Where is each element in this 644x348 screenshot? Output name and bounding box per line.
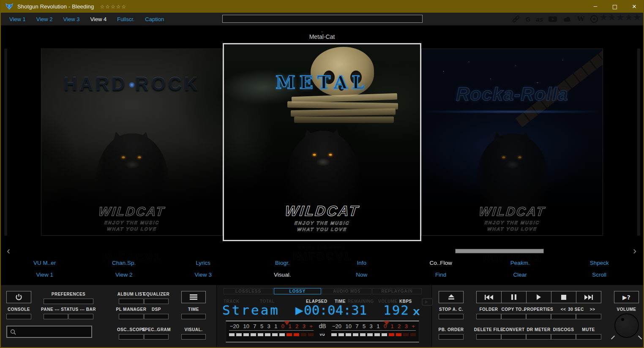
search-input[interactable] [18, 326, 91, 337]
seek-back-button[interactable] [551, 314, 576, 319]
cover-rocka-rolla[interactable]: Rocka-Rolla WILDCAT ENJOY THE MUSIC WHAT… [421, 49, 603, 236]
play-button[interactable] [526, 291, 551, 303]
nav-vu-meter[interactable]: VU M..er [5, 260, 85, 266]
mute-button[interactable] [576, 334, 601, 340]
search-box[interactable] [6, 326, 92, 338]
stop-after-current-label: STOP A. C. [434, 307, 468, 312]
stop-after-current-button[interactable] [439, 314, 464, 319]
filter-box[interactable] [222, 15, 423, 23]
app-logo-icon [5, 3, 14, 10]
nav-peakmeter[interactable]: Peakm. [480, 260, 560, 266]
delete-file-button[interactable] [476, 334, 501, 340]
menu-fullscreen[interactable]: Fullscr. [117, 16, 134, 22]
coverflow-scroll-right[interactable]: › [633, 247, 636, 255]
dsp-button[interactable] [144, 314, 169, 319]
coverflow-scroll-left[interactable]: ‹ [7, 247, 10, 255]
menu-button[interactable] [181, 291, 206, 303]
lastfm-icon[interactable]: as [536, 16, 543, 23]
seek-forward-label[interactable]: >> [586, 307, 599, 312]
cover-metal-selected[interactable]: METAL WILDCAT ENJOY THE MUSIC WHAT YOU L… [223, 43, 421, 241]
nav-lyrics[interactable]: Lyrics [164, 260, 243, 266]
properties-button[interactable] [526, 314, 551, 319]
nav-info[interactable]: Info [322, 260, 401, 266]
maximize-button[interactable]: □ [605, 3, 625, 10]
dsp-label: DSP [139, 307, 173, 312]
volume-knob[interactable] [614, 313, 639, 338]
vu-segments-left [229, 333, 314, 336]
vu-scale-left: −20107 531 01 23 + [229, 322, 314, 331]
podcast-icon[interactable] [590, 15, 598, 23]
nav-find[interactable]: Find [401, 272, 481, 278]
nav-visual[interactable]: Visual. [243, 272, 322, 278]
wikipedia-icon[interactable]: W [577, 15, 584, 23]
nav-now[interactable]: Now [322, 272, 401, 278]
properties-label: PROPERTIES [524, 307, 554, 312]
eject-button[interactable] [439, 291, 464, 303]
pl-manager-button[interactable] [119, 314, 144, 319]
soundcloud-icon[interactable] [562, 15, 572, 23]
equalizer-label: EQUALIZER [139, 292, 173, 296]
stop-button[interactable] [551, 291, 576, 303]
seek-forward-button[interactable] [576, 314, 601, 319]
hd-badge-icon [422, 298, 433, 306]
cover-hard-rock[interactable]: HARD ROCK WILDCAT ENJOY THE MUSIC WHAT Y… [41, 49, 223, 236]
spec-gram-button[interactable] [144, 334, 169, 340]
menu-view-1[interactable]: View 1 [9, 16, 26, 22]
track-type-readout: Stream [222, 302, 280, 318]
link-icon[interactable] [512, 15, 520, 23]
menu-caption[interactable]: Caption [145, 16, 164, 22]
discogs-button[interactable] [551, 334, 576, 340]
preferences-button[interactable] [44, 299, 93, 304]
menu-view-2[interactable]: View 2 [36, 16, 53, 22]
status-bar-button[interactable] [68, 314, 93, 319]
nav-view-2[interactable]: View 2 [85, 272, 164, 278]
copy-to-button[interactable] [501, 314, 526, 319]
nav-shpeck[interactable]: Shpeck [560, 260, 639, 266]
pane-button[interactable] [44, 314, 68, 319]
close-button[interactable]: ✕ [625, 3, 644, 10]
cover-edge-right [637, 49, 640, 236]
convert-button[interactable] [501, 334, 526, 340]
menu-view-3[interactable]: View 3 [63, 16, 80, 22]
filter-input[interactable] [223, 16, 422, 23]
pb-order-button[interactable] [439, 334, 464, 340]
youtube-icon[interactable] [548, 15, 557, 23]
nav-coverflow[interactable]: Co..Flow [401, 260, 481, 266]
menu-view-4[interactable]: View 4 [90, 16, 106, 22]
time-button[interactable] [181, 314, 206, 319]
nav-clear[interactable]: Clear [480, 272, 560, 278]
equalizer-button[interactable] [144, 299, 169, 304]
vu-meter-panel: −20107 531 01 23 + dB −20107 531 01 23 + [226, 321, 419, 343]
pb-order-label: PB. ORDER [434, 327, 468, 332]
pause-button[interactable] [501, 291, 527, 303]
nav-view-1[interactable]: View 1 [5, 272, 85, 278]
vu-segments-right [331, 333, 416, 336]
dr-meter-button[interactable] [526, 334, 551, 340]
pane-status-bar-label: PANE --- STATUS --- BAR [37, 307, 100, 312]
power-button[interactable] [6, 291, 31, 303]
window-title: Shotgun Revolution - Bleeding [17, 3, 94, 10]
osc-scope-button[interactable] [119, 334, 144, 340]
nav-biography[interactable]: Biogr. [243, 260, 322, 266]
google-icon[interactable]: G [526, 16, 531, 23]
visual-button[interactable] [181, 334, 206, 340]
track-rating-stars: ☆☆☆☆☆ [100, 3, 127, 10]
next-button[interactable] [576, 291, 601, 303]
nav-scroll[interactable]: Scroll [560, 272, 639, 278]
seek-amount-label: 30 SEC [565, 307, 587, 312]
rocka-rolla-art: Rocka-Rolla WILDCAT ENJOY THE MUSIC WHAT… [422, 49, 603, 235]
nav-view-3[interactable]: View 3 [164, 272, 243, 278]
folder-button[interactable] [476, 314, 501, 319]
coverflow-scrollbar-thumb[interactable] [455, 249, 544, 253]
app-window: Shotgun Revolution - Bleeding ☆☆☆☆☆ ─ □ … [0, 0, 644, 348]
minimize-button[interactable]: ─ [586, 3, 605, 10]
album-list-button[interactable] [119, 299, 144, 304]
spec-gram-label: SPEC..GRAM [139, 327, 173, 332]
play-random-button[interactable]: ▶? [614, 291, 639, 303]
console-button[interactable] [6, 314, 31, 319]
nav-chan-sp[interactable]: Chan.Sp. [85, 260, 164, 266]
web-rating-stars[interactable]: ★★★★★ [600, 12, 641, 22]
vu-label: VU [314, 333, 331, 337]
previous-button[interactable] [476, 291, 502, 303]
visual-label: VISUAL. [177, 327, 210, 332]
